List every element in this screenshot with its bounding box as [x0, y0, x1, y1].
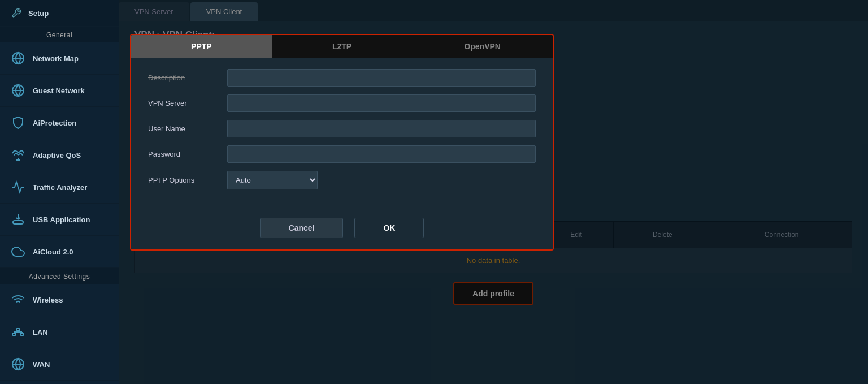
- sidebar-wan-label: WAN: [33, 360, 50, 369]
- wrench-icon: [10, 7, 23, 19]
- sidebar-item-wireless[interactable]: Wireless: [0, 284, 119, 316]
- general-section-label: General: [0, 27, 119, 42]
- globe-icon-2: [10, 83, 26, 98]
- form-row-description: Description: [148, 69, 536, 87]
- protocol-tab-openvpn[interactable]: OpenVPN: [412, 35, 553, 58]
- sidebar-traffic-analyzer-label: Traffic Analyzer: [33, 183, 87, 192]
- protocol-tabs: PPTP L2TP OpenVPN: [131, 35, 553, 58]
- sidebar-item-traffic-analyzer[interactable]: Traffic Analyzer: [0, 171, 119, 204]
- sidebar-item-lan[interactable]: LAN: [0, 316, 119, 348]
- vpn-server-label: VPN Server: [148, 99, 227, 107]
- shield-icon: [10, 115, 26, 131]
- form-row-pptp-options: PPTP Options Auto: [148, 171, 536, 189]
- sidebar-item-aiprotection[interactable]: AiProtection: [0, 107, 119, 139]
- pptp-options-label: PPTP Options: [148, 176, 227, 184]
- sidebar-guest-network-label: Guest Network: [33, 87, 85, 95]
- form-row-password: Password: [148, 145, 536, 163]
- form-row-vpn-server: VPN Server: [148, 94, 536, 112]
- sidebar-item-aicloud[interactable]: AiCloud 2.0: [0, 236, 119, 268]
- sidebar-item-adaptive-qos[interactable]: Adaptive QoS: [0, 139, 119, 171]
- svg-rect-9: [16, 329, 20, 331]
- cancel-button[interactable]: Cancel: [260, 218, 344, 238]
- description-label: Description: [148, 74, 227, 82]
- usb-icon: [10, 212, 26, 227]
- main-content: VPN Server VPN Client VPN › VPN Client: …: [119, 0, 868, 384]
- form-row-username: User Name: [148, 120, 536, 137]
- sidebar-aiprotection-label: AiProtection: [33, 119, 76, 127]
- sidebar-lan-label: LAN: [33, 328, 48, 336]
- ok-button[interactable]: OK: [354, 218, 424, 238]
- modal-dialog: PPTP L2TP OpenVPN Description VPN Server: [130, 34, 554, 251]
- password-input[interactable]: [227, 145, 536, 163]
- protocol-tab-pptp[interactable]: PPTP: [131, 35, 272, 58]
- modal-buttons: Cancel OK: [131, 209, 553, 249]
- sidebar-item-wan[interactable]: WAN: [0, 348, 119, 381]
- cloud-icon: [10, 244, 26, 260]
- svg-rect-7: [12, 333, 16, 335]
- graph-icon: [10, 179, 26, 195]
- globe-icon: [10, 50, 26, 66]
- sidebar-item-guest-network[interactable]: Guest Network: [0, 75, 119, 107]
- description-input[interactable]: [227, 69, 536, 87]
- advanced-section-label: Advanced Settings: [0, 268, 119, 284]
- svg-rect-8: [20, 333, 24, 335]
- sidebar-network-map-label: Network Map: [33, 54, 79, 63]
- sidebar-aicloud-label: AiCloud 2.0: [33, 248, 73, 256]
- sidebar-item-setup[interactable]: Setup: [0, 0, 119, 27]
- protocol-tab-l2tp[interactable]: L2TP: [272, 35, 413, 58]
- modal-overlay: PPTP L2TP OpenVPN Description VPN Server: [119, 0, 868, 384]
- sidebar: Setup General Network Map Guest Network …: [0, 0, 119, 384]
- lan-icon: [10, 324, 26, 340]
- sidebar-wireless-label: Wireless: [33, 296, 63, 304]
- username-input[interactable]: [227, 120, 536, 137]
- sidebar-setup-label: Setup: [28, 9, 49, 18]
- sidebar-item-network-map[interactable]: Network Map: [0, 42, 119, 75]
- sidebar-adaptive-qos-label: Adaptive QoS: [33, 151, 81, 159]
- password-label: Password: [148, 150, 227, 158]
- vpn-server-input[interactable]: [227, 94, 536, 112]
- wave-icon: [10, 147, 26, 163]
- sidebar-usb-application-label: USB Application: [33, 215, 90, 224]
- wifi-icon: [10, 292, 26, 308]
- sidebar-item-usb-application[interactable]: USB Application: [0, 204, 119, 236]
- wan-globe-icon: [10, 356, 26, 372]
- pptp-options-select[interactable]: Auto: [227, 171, 318, 189]
- username-label: User Name: [148, 124, 227, 133]
- modal-form: Description VPN Server User Name Passwor…: [131, 58, 553, 209]
